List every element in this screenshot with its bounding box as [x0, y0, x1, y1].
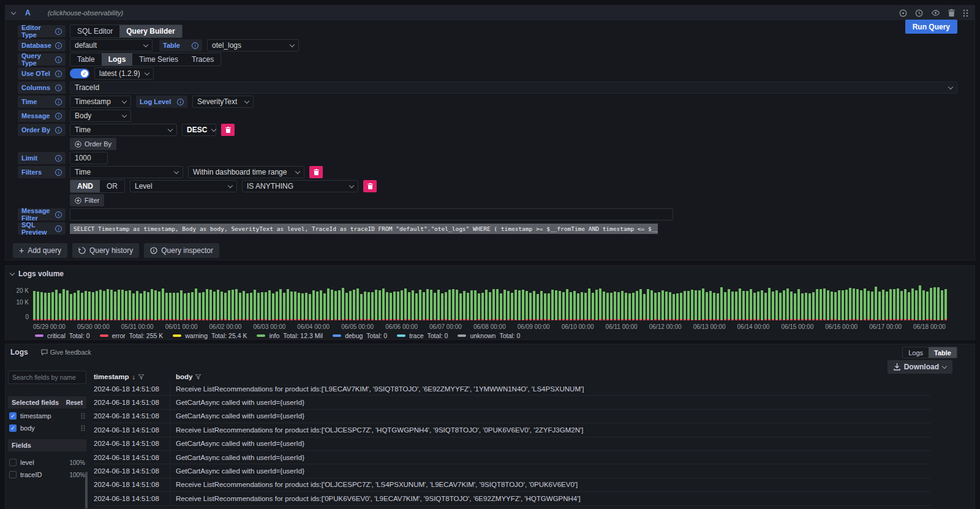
table-row[interactable]: 2024-06-18 14:51:08Receive ListRecommend… — [94, 478, 930, 492]
trash-icon — [225, 127, 231, 133]
filter-icon[interactable] — [195, 374, 201, 380]
toggle-table-option[interactable]: Table — [929, 347, 957, 358]
timestamp-column-header[interactable]: timestamp ↓ — [94, 373, 170, 380]
option-table[interactable]: Table — [70, 53, 102, 66]
info-icon[interactable]: i — [55, 28, 62, 35]
info-icon[interactable]: i — [55, 169, 62, 176]
info-icon[interactable]: i — [55, 85, 62, 91]
query-history-button[interactable]: Query history — [72, 243, 139, 258]
info-icon[interactable]: i — [55, 225, 62, 232]
give-feedback-link[interactable]: Give feedback — [41, 349, 91, 356]
legend-item-error[interactable]: errorTotal: 255 K — [100, 332, 164, 339]
order-direction-select[interactable]: DESC — [182, 124, 216, 136]
toggle-logs-option[interactable]: Logs — [903, 347, 929, 358]
filter-operator-select[interactable]: Within dashboard time range — [188, 166, 304, 178]
option-sql-editor[interactable]: SQL Editor — [70, 25, 119, 37]
add-filter-button[interactable]: Filter — [70, 194, 104, 206]
query-inspector-button[interactable]: Query inspector — [144, 243, 219, 258]
checkbox-checked[interactable]: ✓ — [9, 424, 17, 432]
option-time-series[interactable]: Time Series — [132, 53, 185, 66]
volume-bar — [430, 290, 432, 320]
field-traceID[interactable]: traceID 100% — [8, 470, 86, 480]
remove-filter2-button[interactable] — [363, 180, 377, 192]
table-row[interactable]: 2024-06-18 14:51:08GetCartAsync called w… — [94, 410, 930, 423]
limit-input[interactable]: 1000 — [70, 152, 108, 164]
legend-item-trace[interactable]: traceTotal: 0 — [397, 332, 448, 339]
body-cell: GetCartAsync called with userId={userId} — [170, 440, 304, 447]
info-icon[interactable]: i — [55, 127, 62, 134]
table-row[interactable]: 2024-06-18 14:51:08GetCartAsync called w… — [94, 464, 930, 478]
remove-order-by-button[interactable] — [221, 124, 235, 136]
volume-bar — [742, 291, 745, 320]
add-query-button[interactable]: +Add query — [13, 243, 67, 258]
option-or[interactable]: OR — [100, 180, 124, 192]
message-column-select[interactable]: Body — [70, 110, 131, 122]
table-row[interactable]: 2024-06-18 14:51:08Receive ListRecommend… — [94, 492, 930, 505]
legend-item-unknown[interactable]: unknownTotal: 0 — [458, 332, 520, 339]
checkbox-unchecked[interactable] — [9, 471, 17, 478]
add-order-by-button[interactable]: Order By — [70, 138, 116, 150]
field-level[interactable]: level 100% — [8, 458, 86, 467]
info-icon[interactable]: i — [55, 70, 62, 77]
selected-field-body[interactable]: ✓ body — [8, 423, 86, 433]
drag-handle-icon[interactable] — [81, 425, 85, 431]
eye-icon[interactable] — [931, 10, 940, 16]
collapse-chevron-icon[interactable] — [11, 9, 16, 14]
history-icon[interactable] — [915, 9, 923, 17]
info-icon[interactable]: i — [55, 56, 62, 63]
legend-total: Total: 12.3 Mil — [283, 332, 323, 339]
table-row[interactable]: 2024-06-18 14:51:08GetCartAsync called w… — [94, 396, 930, 409]
duplicate-icon[interactable] — [899, 9, 907, 17]
info-icon[interactable]: i — [55, 99, 62, 105]
query-row-header[interactable]: A (clickhouse-observability) — [6, 6, 974, 20]
search-fields-input[interactable] — [8, 371, 86, 384]
reset-button[interactable]: Reset — [66, 399, 83, 406]
legend-item-critical[interactable]: criticalTotal: 0 — [35, 332, 90, 339]
info-icon[interactable]: i — [55, 42, 62, 49]
filter2-field-select[interactable]: Level — [130, 180, 237, 192]
sidebar-scrollbar[interactable] — [85, 472, 88, 509]
download-icon — [894, 363, 900, 371]
legend-item-info[interactable]: infoTotal: 12.3 Mil — [257, 332, 323, 339]
option-traces[interactable]: Traces — [185, 53, 221, 66]
table-row[interactable]: 2024-06-18 14:51:08GetCartAsync called w… — [94, 451, 930, 464]
body-column-header[interactable]: body — [170, 373, 201, 380]
logs-volume-title[interactable]: Logs volume — [6, 266, 974, 282]
database-select[interactable]: default — [70, 39, 153, 51]
run-query-button[interactable]: Run Query — [905, 20, 957, 34]
use-otel-toggle[interactable]: ✓ — [70, 69, 89, 78]
sort-desc-icon[interactable]: ↓ — [132, 373, 136, 380]
columns-multiselect[interactable]: TraceId — [70, 81, 957, 94]
order-by-field-select[interactable]: Time — [70, 124, 177, 136]
info-icon[interactable]: i — [55, 211, 62, 218]
message-filter-input[interactable] — [70, 208, 673, 221]
selected-field-timestamp[interactable]: ✓ timestamp — [8, 411, 86, 421]
remove-filter-button[interactable] — [309, 166, 323, 178]
info-icon[interactable]: i — [192, 42, 198, 49]
filter-icon[interactable] — [138, 374, 144, 380]
volume-chart-plot[interactable] — [33, 285, 950, 320]
option-logs[interactable]: Logs — [102, 53, 133, 66]
filter2-operator-select[interactable]: IS ANYTHING — [242, 180, 358, 192]
checkbox-checked[interactable]: ✓ — [9, 412, 17, 420]
legend-item-warning[interactable]: warningTotal: 25.4 K — [173, 332, 247, 339]
checkbox-unchecked[interactable] — [9, 459, 17, 466]
trash-icon[interactable] — [948, 9, 955, 17]
info-icon[interactable]: i — [55, 113, 62, 119]
option-query-builder[interactable]: Query Builder — [119, 25, 181, 37]
table-row[interactable]: 2024-06-18 14:51:08Receive ListRecommend… — [94, 423, 930, 437]
table-select[interactable]: otel_logs — [207, 39, 299, 51]
filter-field-select[interactable]: Time — [70, 166, 183, 178]
info-icon[interactable]: i — [177, 99, 184, 105]
log-level-select[interactable]: SeverityText — [192, 96, 254, 108]
table-row[interactable]: 2024-06-18 14:51:08GetCartAsync called w… — [94, 437, 930, 451]
info-icon[interactable]: i — [55, 155, 62, 162]
otel-version-select[interactable]: latest (1.2.9) — [94, 67, 154, 80]
option-and[interactable]: AND — [70, 180, 100, 192]
drag-handle-icon[interactable] — [963, 9, 968, 17]
body-cell: Receive ListRecommendations for product … — [170, 385, 584, 393]
drag-handle-icon[interactable] — [81, 413, 85, 419]
legend-item-debug[interactable]: debugTotal: 0 — [333, 332, 387, 339]
time-column-select[interactable]: Timestamp — [70, 96, 131, 108]
table-row[interactable]: 2024-06-18 14:51:08Receive ListRecommend… — [94, 382, 930, 396]
